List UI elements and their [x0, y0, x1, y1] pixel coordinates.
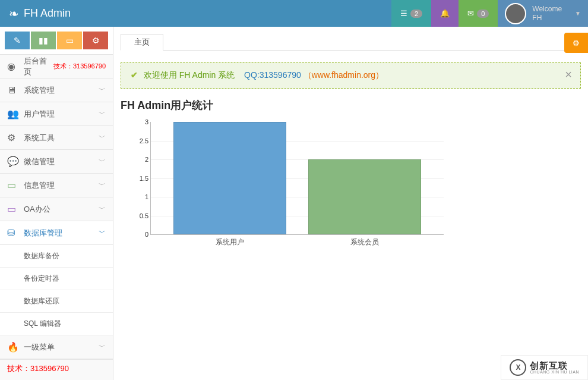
chat-icon: 💬 [7, 156, 20, 167]
y-tick: 2 [135, 156, 148, 163]
check-icon: ✔ [131, 70, 138, 80]
nav-home-right: 技术：313596790 [53, 62, 106, 71]
nav-level1-label: 一级菜单 [24, 342, 99, 353]
sidebar: ✎ ▮▮ ▭ ⚙ ◉ 后台首页 技术：313596790 🖥 系统管理 ﹀ 👥 … [0, 27, 113, 380]
tasks-icon: ☰ [400, 9, 407, 18]
nav-users[interactable]: 👥 用户管理 ﹀ [0, 102, 113, 126]
sub-backup-timer[interactable]: 备份定时器 [0, 268, 113, 290]
x-tick: 系统会员 [350, 237, 379, 247]
sub-sql-editor[interactable]: SQL 编辑器 [0, 313, 113, 335]
sidebar-footer: 技术：313596790 [0, 359, 113, 378]
envelope-icon: ✉ [467, 9, 474, 18]
stats-button[interactable]: ▮▮ [31, 32, 56, 49]
avatar [505, 3, 526, 24]
leaf-icon: ❧ [9, 7, 19, 21]
chevron-down-icon: ﹀ [99, 180, 106, 190]
gear-icon: ⚙ [573, 39, 580, 48]
alert-text: 欢迎使用 FH Admin 系统 [144, 70, 235, 80]
bar [173, 122, 286, 234]
nav-wechat[interactable]: 💬 微信管理 ﹀ [0, 150, 113, 174]
content-area: 主页 ⚙ ✔ 欢迎使用 FH Admin 系统 QQ:313596790 （ww… [113, 27, 588, 380]
welcome-text: Welcome FH [532, 5, 562, 22]
nav-home[interactable]: ◉ 后台首页 技术：313596790 [0, 55, 113, 78]
edit-button[interactable]: ✎ [5, 32, 30, 49]
user-stats-chart: 00.511.522.53系统用户系统会员 [135, 122, 444, 253]
settings-button[interactable]: ⚙ [83, 32, 108, 49]
cogs-icon: ⚙ [92, 36, 100, 45]
nav-info-label: 信息管理 [24, 180, 99, 191]
chevron-down-icon: ﹀ [99, 85, 106, 95]
cog-icon: ⚙ [7, 132, 20, 143]
chart-title: FH Admin用户统计 [121, 98, 581, 112]
chevron-down-icon: ﹀ [99, 342, 106, 352]
dashboard-icon: ◉ [7, 61, 20, 72]
chevron-down-icon: ﹀ [99, 228, 106, 238]
book-icon: ▭ [66, 36, 74, 45]
mail-badge: 0 [477, 10, 489, 18]
tasks-badge: 2 [410, 10, 422, 18]
sub-db-restore[interactable]: 数据库还原 [0, 290, 113, 313]
book-button[interactable]: ▭ [57, 32, 82, 49]
tasks-button[interactable]: ☰ 2 [391, 0, 431, 27]
nav-tools[interactable]: ⚙ 系统工具 ﹀ [0, 126, 113, 150]
card-icon: ▭ [7, 180, 20, 191]
top-header: ❧ FH Admin ☰ 2 🔔 ✉ 0 Welcome FH ▼ [0, 0, 588, 27]
nav-database-submenu: 数据库备份 备份定时器 数据库还原 SQL 编辑器 [0, 245, 113, 335]
chart-plot: 00.511.522.53系统用户系统会员 [150, 122, 444, 235]
page-settings-button[interactable]: ⚙ [564, 33, 588, 53]
nav-database-label: 数据库管理 [24, 228, 99, 238]
nav-home-label: 后台首页 [24, 56, 53, 77]
tab-home[interactable]: 主页 [121, 34, 163, 51]
nav-users-label: 用户管理 [24, 109, 99, 120]
chevron-down-icon: ﹀ [99, 156, 106, 167]
notifications-button[interactable]: 🔔 [431, 0, 459, 27]
sidebar-toolbar: ✎ ▮▮ ▭ ⚙ [0, 27, 113, 55]
pencil-icon: ✎ [14, 36, 21, 45]
chevron-down-icon: ﹀ [99, 133, 106, 143]
nav-database[interactable]: ⛁ 数据库管理 ﹀ [0, 221, 113, 245]
y-tick: 3 [135, 118, 148, 125]
y-tick: 0.5 [135, 212, 148, 219]
y-tick: 1.5 [135, 175, 148, 182]
chevron-down-icon: ▼ [575, 10, 581, 17]
nav-wechat-label: 微信管理 [24, 156, 99, 167]
watermark-text: 创新互联 [530, 361, 579, 370]
flame-icon: 🔥 [7, 341, 20, 353]
watermark-logo-icon: X [510, 359, 526, 376]
y-tick: 1 [135, 193, 148, 200]
laptop-icon: ▭ [7, 203, 20, 215]
chevron-down-icon: ﹀ [99, 109, 106, 119]
username: FH [532, 14, 562, 22]
tabs-bar: 主页 [121, 29, 581, 51]
nav-oa[interactable]: ▭ OA办公 ﹀ [0, 197, 113, 221]
bars-icon: ▮▮ [39, 36, 48, 45]
sub-db-backup[interactable]: 数据库备份 [0, 245, 113, 268]
nav-level1[interactable]: 🔥 一级菜单 ﹀ [0, 335, 113, 359]
alert-qq: QQ:313596790 [244, 70, 301, 80]
welcome-alert: ✔ 欢迎使用 FH Admin 系统 QQ:313596790 （www.fha… [121, 62, 581, 89]
alert-close-button[interactable]: × [565, 68, 572, 81]
y-tick: 0 [135, 231, 148, 238]
watermark-sub: CHUANG XIN HU LIAN [530, 370, 579, 374]
nav-system-label: 系统管理 [24, 85, 99, 96]
nav-tools-label: 系统工具 [24, 133, 99, 143]
bell-icon: 🔔 [440, 9, 450, 18]
brand-text: FH Admin [24, 7, 71, 20]
chevron-down-icon: ﹀ [99, 204, 106, 214]
mail-button[interactable]: ✉ 0 [459, 0, 498, 27]
users-icon: 👥 [7, 108, 20, 120]
bar [308, 159, 421, 234]
y-tick: 2.5 [135, 137, 148, 145]
alert-link[interactable]: （www.fhadmin.org） [304, 70, 384, 80]
watermark: X 创新互联 CHUANG XIN HU LIAN [501, 355, 588, 380]
nav-oa-label: OA办公 [24, 204, 99, 215]
nav-system[interactable]: 🖥 系统管理 ﹀ [0, 78, 113, 102]
nav-info[interactable]: ▭ 信息管理 ﹀ [0, 174, 113, 197]
welcome-label: Welcome [532, 5, 562, 13]
user-menu[interactable]: Welcome FH ▼ [498, 0, 588, 27]
tab-home-label: 主页 [134, 37, 150, 48]
desktop-icon: 🖥 [7, 85, 20, 96]
brand[interactable]: ❧ FH Admin [0, 7, 80, 21]
x-tick: 系统用户 [216, 237, 244, 247]
hdd-icon: ⛁ [7, 227, 20, 238]
